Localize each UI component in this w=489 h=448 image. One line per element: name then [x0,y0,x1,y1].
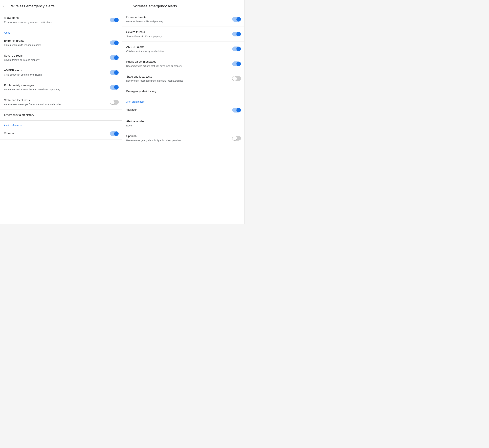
severe-threats-right-subtitle: Severe threats to life and property [126,35,229,38]
left-alerts-section-label: Alerts [0,28,122,35]
severe-threats-left-item[interactable]: Severe threats Severe threats to life an… [0,50,122,65]
public-safety-left-text: Public safety messages Recommended actio… [4,83,107,91]
severe-threats-right-item[interactable]: Severe threats Severe threats to life an… [122,27,244,41]
public-safety-left-title: Public safety messages [4,83,107,88]
public-safety-right-item[interactable]: Public safety messages Recommended actio… [122,57,244,71]
amber-alerts-right-title: AMBER alerts [126,45,229,49]
alert-reminder-right-value: Never [126,124,238,127]
public-safety-right-subtitle: Recommended actions that can save lives … [126,65,229,68]
state-local-right-title: State and local tests [126,75,229,79]
state-local-left-item[interactable]: State and local tests Receive test messa… [0,95,122,110]
amber-alerts-right-toggle[interactable] [232,47,241,51]
left-header: ← Wireless emergency alerts [0,0,122,12]
extreme-threats-right-toggle[interactable] [232,17,241,22]
extreme-threats-right-text: Extreme threats Extreme threats to life … [126,15,229,23]
extreme-threats-left-title: Extreme threats [4,39,107,43]
allow-alerts-subtitle: Receive wireless emergency alert notific… [4,21,107,24]
amber-alerts-left-item[interactable]: AMBER alerts Child abduction emergency b… [0,65,122,80]
public-safety-left-item[interactable]: Public safety messages Recommended actio… [0,80,122,95]
public-safety-left-toggle[interactable] [110,85,119,90]
vibration-left-toggle[interactable] [110,131,119,136]
state-local-left-text: State and local tests Receive test messa… [4,98,107,106]
severe-threats-right-text: Severe threats Severe threats to life an… [126,30,229,38]
state-local-left-title: State and local tests [4,98,107,102]
alert-reminder-right-title: Alert reminder [126,119,238,123]
allow-alerts-title: Allow alerts [4,16,107,20]
extreme-threats-left-text: Extreme threats Extreme threats to life … [4,39,107,47]
alert-reminder-right-text: Alert reminder Never [126,119,238,127]
spanish-right-item[interactable]: Spanish Receive emergency alerts in Span… [122,131,244,146]
public-safety-right-text: Public safety messages Recommended actio… [126,60,229,68]
state-local-left-toggle[interactable] [110,100,119,105]
amber-alerts-right-subtitle: Child abduction emergency bulletins [126,50,229,53]
amber-alerts-right-item[interactable]: AMBER alerts Child abduction emergency b… [122,42,244,57]
amber-alerts-right-text: AMBER alerts Child abduction emergency b… [126,45,229,53]
vibration-right-text: Vibration [126,108,229,113]
right-back-button[interactable]: ← [125,4,129,8]
public-safety-left-subtitle: Recommended actions that can save lives … [4,88,107,91]
left-content: Allow alerts Receive wireless emergency … [0,12,122,139]
right-content: Extreme threats Extreme threats to life … [122,12,244,146]
spanish-right-toggle[interactable] [232,136,241,140]
emergency-history-right-title: Emergency alert history [126,90,241,93]
emergency-history-left-title: Emergency alert history [4,113,119,117]
state-local-right-toggle[interactable] [232,76,241,81]
allow-alerts-text: Allow alerts Receive wireless emergency … [4,16,107,24]
right-panel: ← Wireless emergency alerts Extreme thre… [122,0,244,224]
extreme-threats-right-subtitle: Extreme threats to life and property [126,20,229,23]
allow-alerts-toggle[interactable] [110,18,119,22]
left-prefs-section-label: Alert preferences [0,121,122,128]
extreme-threats-left-toggle[interactable] [110,41,119,45]
vibration-left-text: Vibration [4,131,107,136]
state-local-right-item[interactable]: State and local tests Receive test messa… [122,71,244,86]
spanish-right-title: Spanish [126,134,229,138]
right-page-title: Wireless emergency alerts [133,4,177,8]
extreme-threats-left-subtitle: Extreme threats to life and property [4,43,107,47]
vibration-right-toggle[interactable] [232,108,241,113]
spanish-right-subtitle: Receive emergency alerts in Spanish when… [126,139,229,142]
alert-reminder-right-item[interactable]: Alert reminder Never [122,116,244,131]
extreme-threats-right-item[interactable]: Extreme threats Extreme threats to life … [122,12,244,27]
vibration-right-title: Vibration [126,108,229,112]
left-back-button[interactable]: ← [3,4,6,8]
severe-threats-left-subtitle: Severe threats to life and property [4,58,107,62]
state-local-right-subtitle: Receive test messages from state and loc… [126,79,229,83]
amber-alerts-left-subtitle: Child abduction emergency bulletins [4,73,107,77]
extreme-threats-right-title: Extreme threats [126,15,229,19]
state-local-right-text: State and local tests Receive test messa… [126,75,229,83]
left-panel: ← Wireless emergency alerts Allow alerts… [0,0,122,224]
severe-threats-left-title: Severe threats [4,54,107,58]
emergency-history-right-item[interactable]: Emergency alert history [122,86,244,97]
public-safety-right-toggle[interactable] [232,61,241,66]
public-safety-right-title: Public safety messages [126,60,229,64]
spanish-right-text: Spanish Receive emergency alerts in Span… [126,134,229,142]
vibration-left-title: Vibration [4,131,107,135]
severe-threats-left-toggle[interactable] [110,55,119,60]
amber-alerts-left-toggle[interactable] [110,70,119,75]
severe-threats-right-toggle[interactable] [232,32,241,36]
severe-threats-right-title: Severe threats [126,30,229,34]
extreme-threats-left-item[interactable]: Extreme threats Extreme threats to life … [0,35,122,50]
right-prefs-section-label: Alert preferences [122,97,244,105]
state-local-left-subtitle: Receive test messages from state and loc… [4,103,107,106]
vibration-left-item[interactable]: Vibration [0,128,122,139]
right-header: ← Wireless emergency alerts [122,0,244,12]
amber-alerts-left-text: AMBER alerts Child abduction emergency b… [4,68,107,76]
amber-alerts-left-title: AMBER alerts [4,68,107,73]
left-page-title: Wireless emergency alerts [11,4,55,8]
severe-threats-left-text: Severe threats Severe threats to life an… [4,54,107,62]
allow-alerts-item[interactable]: Allow alerts Receive wireless emergency … [0,12,122,28]
vibration-right-item[interactable]: Vibration [122,105,244,116]
emergency-history-left-item[interactable]: Emergency alert history [0,110,122,120]
